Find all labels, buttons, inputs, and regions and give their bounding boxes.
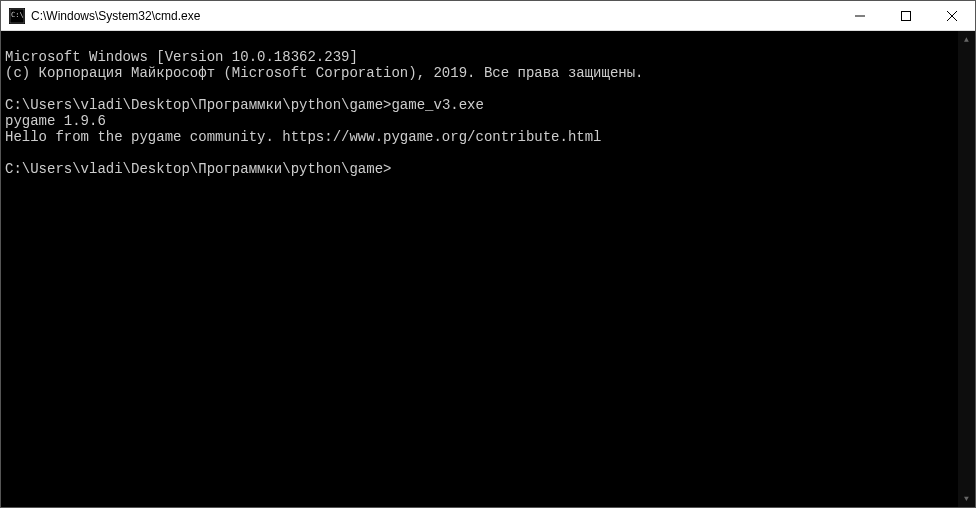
svg-rect-4 <box>902 11 911 20</box>
console-line-version: Microsoft Windows [Version 10.0.18362.23… <box>5 49 358 65</box>
cmd-icon: C:\ <box>9 8 25 24</box>
console-area[interactable]: Microsoft Windows [Version 10.0.18362.23… <box>1 31 975 507</box>
console-command: game_v3.exe <box>391 97 483 113</box>
scroll-up-button[interactable]: ▲ <box>958 31 975 48</box>
window-title: C:\Windows\System32\cmd.exe <box>31 9 837 23</box>
title-bar[interactable]: C:\ C:\Windows\System32\cmd.exe <box>1 1 975 31</box>
console-prompt: C:\Users\vladi\Desktop\Программки\python… <box>5 97 391 113</box>
console-line-pygame: pygame 1.9.6 <box>5 113 106 129</box>
scroll-down-button[interactable]: ▼ <box>958 490 975 507</box>
maximize-button[interactable] <box>883 1 929 30</box>
window-controls <box>837 1 975 30</box>
scrollbar[interactable]: ▲ ▼ <box>958 31 975 507</box>
console-line-copyright: (c) Корпорация Майкрософт (Microsoft Cor… <box>5 65 644 81</box>
cmd-window: C:\ C:\Windows\System32\cmd.exe Microsof… <box>0 0 976 508</box>
scroll-track[interactable] <box>958 48 975 490</box>
console-prompt: C:\Users\vladi\Desktop\Программки\python… <box>5 161 391 177</box>
console-line-hello: Hello from the pygame community. https:/… <box>5 129 602 145</box>
minimize-button[interactable] <box>837 1 883 30</box>
svg-text:C:\: C:\ <box>11 11 24 19</box>
close-button[interactable] <box>929 1 975 30</box>
